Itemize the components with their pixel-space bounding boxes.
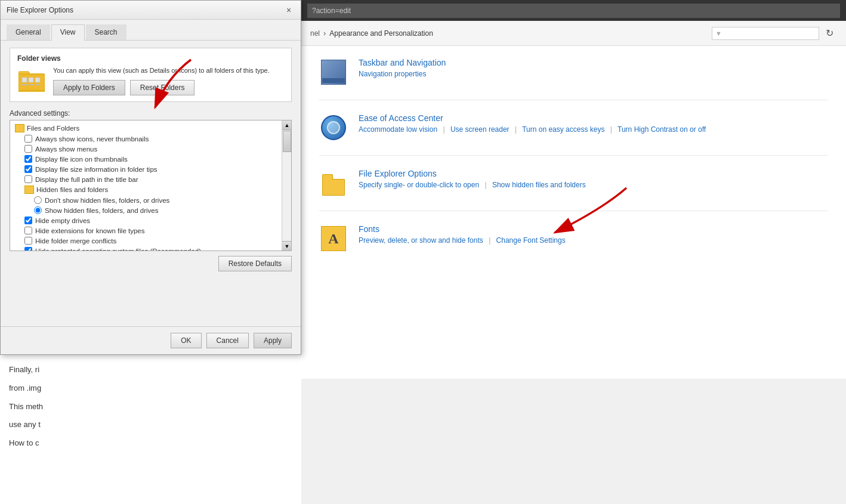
scrollbar-down-arrow[interactable]: ▼ (282, 241, 292, 251)
taskbar-subtitle[interactable]: Navigation properties (359, 70, 426, 78)
label-file-size-folder-tips: Display file size information in folder … (35, 166, 158, 173)
breadcrumb-prefix: nel (310, 29, 320, 38)
svg-rect-6 (22, 84, 27, 85)
checkbox-full-path-title[interactable] (24, 175, 32, 183)
settings-listbox[interactable]: Files and Folders Always show icons, nev… (10, 120, 292, 251)
explorer-link-2[interactable]: Show hidden files and folders (492, 181, 586, 189)
ease-link-2[interactable]: Use screen reader (450, 125, 510, 134)
explorer-icon (319, 169, 348, 197)
checkbox-hide-empty-drives[interactable] (24, 217, 32, 224)
restore-defaults-button[interactable]: Restore Defaults (218, 256, 292, 271)
label-hide-merge-conflicts: Hide folder merge conflicts (35, 237, 116, 245)
folder-views-buttons: Apply to Folders Reset Folders (53, 80, 284, 95)
scrollbar-track[interactable]: ▲ ▼ (282, 120, 291, 251)
taskbar-icon (319, 58, 348, 86)
settings-item-file-size-folder-tips: Display file size information in folder … (10, 164, 291, 174)
group-label-hidden-files: Hidden files and folders (36, 186, 108, 193)
cp-item-explorer: File Explorer Options Specify single- or… (319, 169, 828, 211)
restore-defaults-row: Restore Defaults (10, 256, 292, 271)
reset-folders-button[interactable]: Reset Folders (130, 80, 195, 95)
checkbox-hide-extensions[interactable] (24, 227, 32, 234)
fonts-link-2[interactable]: Change Font Settings (496, 236, 566, 245)
settings-item-hide-merge-conflicts: Hide folder merge conflicts (10, 236, 291, 246)
scrollbar-up-arrow[interactable]: ▲ (282, 120, 292, 130)
tab-view[interactable]: View (51, 24, 85, 41)
explorer-link-1[interactable]: Specify single- or double-click to open (359, 181, 479, 189)
apply-to-folders-button[interactable]: Apply to Folders (53, 80, 125, 95)
refresh-button[interactable]: ↻ (822, 26, 837, 41)
advanced-settings-label: Advanced settings: (10, 109, 292, 118)
fonts-link-1[interactable]: Preview, delete, or show and hide fonts (359, 236, 483, 245)
dialog-title: File Explorer Options (7, 6, 283, 14)
dialog-close-button[interactable]: × (283, 4, 295, 16)
label-dont-show-hidden: Don't show hidden files, folders, or dri… (45, 197, 169, 204)
cp-item-taskbar: Taskbar and Navigation Navigation proper… (319, 58, 828, 100)
ok-button[interactable]: OK (171, 333, 201, 348)
taskbar-title[interactable]: Taskbar and Navigation (359, 58, 446, 67)
ease-link-3[interactable]: Turn on easy access keys (522, 125, 604, 134)
address-text: ?action=edit (312, 7, 351, 15)
browser-bar: ?action=edit (301, 0, 846, 21)
svg-rect-3 (22, 78, 27, 82)
dialog-content: Folder views (1, 41, 301, 283)
svg-rect-5 (35, 78, 40, 82)
ease-item-text: Ease of Access Center Accommodate low vi… (359, 113, 706, 134)
folder-views-desc: You can apply this view (such as Details… (53, 66, 284, 75)
page-text-4: This meth (9, 401, 292, 413)
folder-views-text: You can apply this view (such as Details… (53, 66, 284, 95)
settings-item-hide-extensions: Hide extensions for known file types (10, 225, 291, 236)
settings-item-dont-show-hidden: Don't show hidden files, folders, or dri… (10, 195, 291, 205)
label-always-show-icons: Always show icons, never thumbnails (35, 135, 149, 143)
group-label-files-folders: Files and Folders (27, 125, 79, 132)
cp-content: Taskbar and Navigation Navigation proper… (301, 46, 846, 291)
tab-general[interactable]: General (7, 24, 50, 40)
tab-search[interactable]: Search (86, 24, 126, 40)
ease-icon (319, 113, 348, 142)
radio-dont-show-hidden[interactable] (34, 196, 42, 204)
folder-icon-hidden-small (24, 185, 34, 194)
checkbox-always-show-menus[interactable] (24, 145, 32, 153)
page-text-2: from .img (9, 382, 292, 395)
checkbox-always-show-icons[interactable] (24, 135, 32, 143)
checkbox-file-icon-thumbnails[interactable] (24, 155, 32, 163)
svg-rect-8 (35, 84, 40, 85)
settings-group-files-folders: Files and Folders (10, 123, 291, 134)
explorer-title[interactable]: File Explorer Options (359, 169, 586, 178)
control-panel-area: nel › Appearance and Personalization ▼ ↻… (301, 21, 846, 379)
fonts-title[interactable]: Fonts (359, 224, 566, 234)
taskbar-item-text: Taskbar and Navigation Navigation proper… (359, 58, 446, 78)
address-bar[interactable]: ?action=edit (307, 4, 840, 18)
checkbox-hide-merge-conflicts[interactable] (24, 237, 32, 245)
cp-item-fonts: A Fonts Preview, delete, or show and hid… (319, 224, 828, 266)
breadcrumb-sep: › (323, 29, 326, 38)
dialog-titlebar: File Explorer Options × (1, 1, 301, 20)
checkbox-hide-os-files[interactable] (24, 247, 32, 251)
label-hide-os-files: Hide protected operating system files (R… (35, 248, 201, 252)
settings-item-hide-empty-drives: Hide empty drives (10, 215, 291, 225)
label-hide-empty-drives: Hide empty drives (35, 217, 90, 224)
settings-group-hidden-files: Hidden files and folders (10, 184, 291, 195)
settings-item-always-show-menus: Always show menus (10, 144, 291, 154)
checkbox-file-size-folder-tips[interactable] (24, 165, 32, 173)
label-file-icon-thumbnails: Display file icon on thumbnails (35, 156, 128, 163)
folder-views-body: You can apply this view (such as Details… (17, 66, 284, 95)
ease-link-4[interactable]: Turn High Contrast on or off (617, 125, 706, 134)
breadcrumb-bar: nel › Appearance and Personalization ▼ ↻ (301, 21, 846, 46)
folder-icon-small (15, 124, 24, 132)
breadcrumb-link[interactable]: Appearance and Personalization (329, 29, 433, 38)
explorer-item-text: File Explorer Options Specify single- or… (359, 169, 586, 189)
radio-show-hidden[interactable] (34, 206, 42, 214)
label-always-show-menus: Always show menus (35, 146, 97, 153)
ease-title[interactable]: Ease of Access Center (359, 113, 706, 123)
settings-scroll-area: Files and Folders Always show icons, nev… (10, 120, 291, 251)
apply-button[interactable]: Apply (254, 333, 292, 348)
cancel-button[interactable]: Cancel (206, 333, 249, 348)
settings-item-hide-os-files: Hide protected operating system files (R… (10, 246, 291, 251)
label-full-path-title: Display the full path in the title bar (35, 176, 138, 183)
page-text-7: How to c (9, 437, 292, 450)
file-explorer-options-dialog: File Explorer Options × General View Sea… (0, 0, 301, 355)
scrollbar-thumb[interactable] (283, 131, 291, 152)
label-show-hidden: Show hidden files, folders, and drives (45, 207, 159, 214)
ease-link-1[interactable]: Accommodate low vision (359, 125, 437, 134)
fonts-icon: A (319, 224, 348, 253)
